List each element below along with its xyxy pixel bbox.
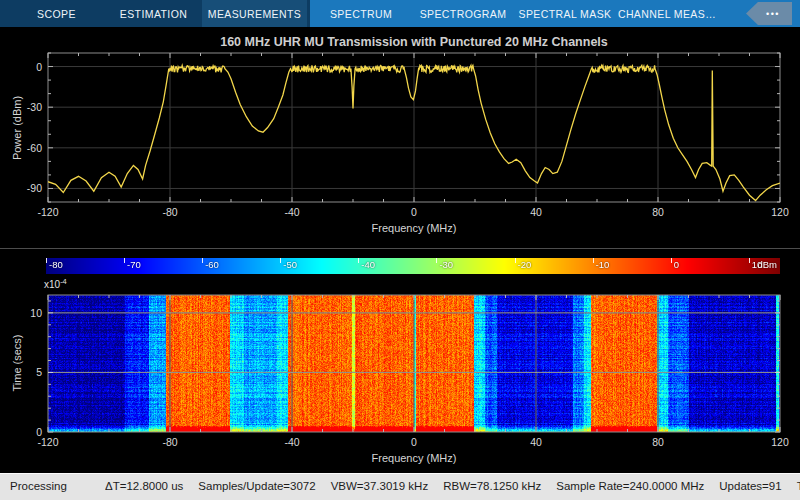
spectrum-xlabel: Frequency (MHz)	[48, 222, 780, 234]
scope-figure: 160 MHz UHR MU Transmission with Punctur…	[0, 27, 800, 473]
spectrogram-ytick: 5	[0, 366, 42, 378]
spectrum-xtick: -80	[162, 206, 177, 218]
colorbar-tick	[202, 258, 203, 263]
colorbar-tick-label: 0	[674, 259, 679, 270]
colorbar-tick	[280, 258, 281, 263]
status-measurements: ΔT=12.8000 usSamples/Update=3072VBW=37.3…	[105, 480, 800, 492]
status-item: Sample Rate=240.0000 MHz	[556, 480, 704, 492]
colorbar-tick	[515, 258, 516, 263]
colorbar-tick	[358, 258, 359, 263]
status-state: Processing	[10, 480, 67, 492]
panel-divider	[0, 248, 800, 249]
ellipsis-icon: •••	[758, 9, 780, 19]
toolstrip-left-tabs: SCOPEESTIMATIONMEASUREMENTS	[0, 0, 310, 27]
spectrum-ytick: -30	[0, 101, 42, 113]
spectrum-xtick: -40	[284, 206, 299, 218]
spectrum-ytick: -60	[0, 142, 42, 154]
spectrum-xtick: 120	[771, 206, 789, 218]
toolstrip-right-tabs: SPECTRUMSPECTROGRAMSPECTRAL MASKCHANNEL …	[310, 0, 718, 27]
tab-measurements[interactable]: MEASUREMENTS	[202, 0, 307, 27]
status-item: ΔT=12.8000 us	[105, 480, 183, 492]
colorbar-tick	[124, 258, 125, 263]
spectrum-ytick: -90	[0, 182, 42, 194]
spectrum-title: 160 MHz UHR MU Transmission with Punctur…	[48, 35, 780, 49]
spectrum-xtick: -120	[37, 206, 58, 218]
colorbar-tick-label: -30	[439, 259, 453, 270]
toolstrip-tab-bar: SCOPEESTIMATIONMEASUREMENTS SPECTRUMSPEC…	[0, 0, 800, 27]
status-bar: Processing ΔT=12.8000 usSamples/Update=3…	[0, 473, 800, 500]
spectrogram-xtick: 80	[652, 436, 664, 448]
colorbar-tick-label: -60	[205, 259, 219, 270]
colorbar-tick-label: -10	[596, 259, 610, 270]
spectrogram-xlabel: Frequency (MHz)	[48, 452, 780, 464]
spectrum-xtick: 80	[652, 206, 664, 218]
spectrogram-xtick: 120	[771, 436, 789, 448]
colorbar-unit-label: dBm	[757, 259, 777, 270]
spectrum-trace	[48, 65, 780, 200]
colorbar-tick	[749, 258, 750, 263]
spectrogram-xtick: 0	[411, 436, 417, 448]
tab-spectral-mask[interactable]: SPECTRAL MASK	[514, 0, 616, 27]
colorbar-tick	[436, 258, 437, 263]
spectrogram-xtick: -80	[162, 436, 177, 448]
spectrogram-ytick: 0	[0, 426, 42, 438]
colorbar-tick-label: -80	[49, 259, 63, 270]
colorbar: -80-70-60-50-40-30-20-10010dBm	[46, 258, 780, 274]
status-item: Samples/Update=3072	[198, 480, 315, 492]
spectrum-analyzer-window: SCOPEESTIMATIONMEASUREMENTS SPECTRUMSPEC…	[0, 0, 800, 500]
colorbar-tick	[46, 258, 47, 263]
spectrogram-ylabel: Time (secs)	[11, 334, 23, 391]
colorbar-tick-label: -50	[283, 259, 297, 270]
spectrum-ytick: 0	[0, 61, 42, 73]
spectrogram-ytick: 10	[0, 307, 42, 319]
spectrogram-xtick: 40	[530, 436, 542, 448]
tab-spectrogram[interactable]: SPECTROGRAM	[412, 0, 514, 27]
tab-estimation[interactable]: ESTIMATION	[105, 0, 202, 27]
tab-spectrum[interactable]: SPECTRUM	[310, 0, 412, 27]
spectrogram-image[interactable]	[48, 295, 780, 432]
status-item: Updates=91	[719, 480, 781, 492]
time-axis-exponent: x10-4	[44, 277, 67, 290]
colorbar-tick-label: -20	[518, 259, 532, 270]
colorbar-tick	[593, 258, 594, 263]
status-item: VBW=37.3019 kHz	[331, 480, 428, 492]
tab-channel-meas-[interactable]: CHANNEL MEAS…	[616, 0, 718, 27]
colorbar-tick-label: -70	[127, 259, 141, 270]
status-item: T=0.00	[797, 480, 800, 492]
status-item: RBW=78.1250 kHz	[443, 480, 541, 492]
toolstrip-overflow-button[interactable]: •••	[746, 2, 792, 25]
colorbar-tick-label: -40	[361, 259, 375, 270]
spectrogram-xtick: -40	[284, 436, 299, 448]
spectrum-xtick: 40	[530, 206, 542, 218]
colorbar-tick	[671, 258, 672, 263]
tab-scope[interactable]: SCOPE	[8, 0, 105, 27]
spectrum-xtick: 0	[411, 206, 417, 218]
